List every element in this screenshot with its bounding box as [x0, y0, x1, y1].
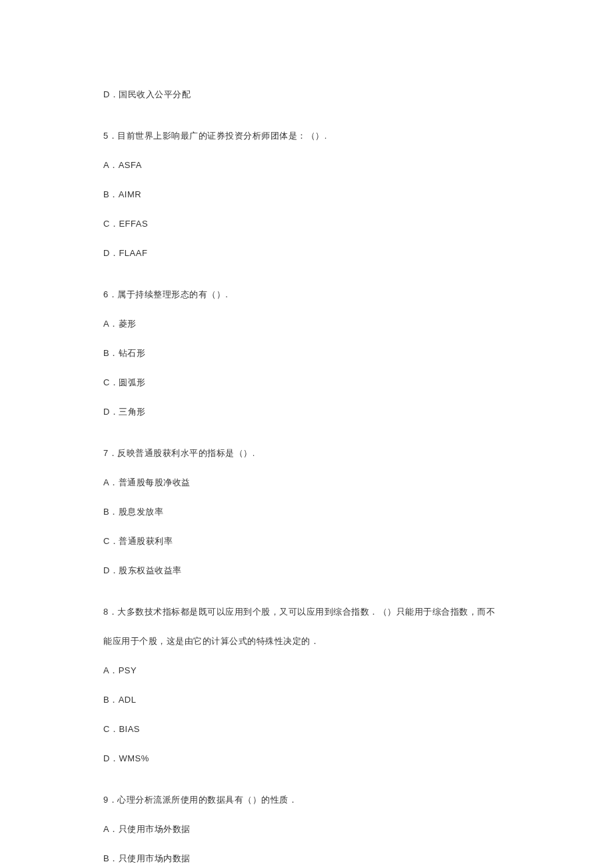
- question-8: 8．大多数技术指标都是既可以应用到个股，又可以应用到综合指数．（）只能用于综合指…: [103, 597, 510, 773]
- option-d: D．股东权益收益率: [103, 556, 510, 585]
- option-b: B．只使用市场内数据: [103, 844, 510, 868]
- option-a: A．菱形: [103, 309, 510, 339]
- question-9: 9．心理分析流派所使用的数据具有（）的性质． A．只使用市场外数据 B．只使用市…: [103, 785, 510, 868]
- question-6: 6．属于持续整理形态的有（）. A．菱形 B．钻石形 C．圆弧形 D．三角形: [103, 280, 510, 427]
- option-d: D．国民收入公平分配: [103, 80, 510, 109]
- option-c: C．EFFAS: [103, 209, 510, 239]
- option-a: A．ASFA: [103, 151, 510, 180]
- question-stem-line2: 能应用于个股，这是由它的计算公式的特殊性决定的．: [103, 627, 510, 656]
- option-b: B．AIMR: [103, 180, 510, 209]
- option-a: A．PSY: [103, 656, 510, 685]
- option-a: A．普通股每股净收益: [103, 468, 510, 497]
- question-stem-line1: 8．大多数技术指标都是既可以应用到个股，又可以应用到综合指数．（）只能用于综合指…: [103, 597, 510, 627]
- option-d: D．三角形: [103, 397, 510, 427]
- option-b: B．ADL: [103, 685, 510, 715]
- option-c: C．普通股获利率: [103, 527, 510, 556]
- option-d: D．WMS%: [103, 744, 510, 773]
- option-c: C．圆弧形: [103, 368, 510, 397]
- option-b: B．钻石形: [103, 339, 510, 368]
- question-fragment: D．国民收入公平分配: [103, 80, 510, 109]
- question-stem: 7．反映普通股获利水平的指标是（）.: [103, 439, 510, 468]
- option-a: A．只使用市场外数据: [103, 815, 510, 844]
- option-d: D．FLAAF: [103, 239, 510, 268]
- question-stem: 6．属于持续整理形态的有（）.: [103, 280, 510, 309]
- question-5: 5．目前世界上影响最广的证券投资分析师团体是：（）. A．ASFA B．AIMR…: [103, 121, 510, 268]
- document-page: D．国民收入公平分配 5．目前世界上影响最广的证券投资分析师团体是：（）. A．…: [0, 0, 613, 868]
- question-stem: 9．心理分析流派所使用的数据具有（）的性质．: [103, 785, 510, 815]
- option-b: B．股息发放率: [103, 497, 510, 527]
- option-c: C．BIAS: [103, 715, 510, 744]
- question-7: 7．反映普通股获利水平的指标是（）. A．普通股每股净收益 B．股息发放率 C．…: [103, 439, 510, 585]
- question-stem: 5．目前世界上影响最广的证券投资分析师团体是：（）.: [103, 121, 510, 151]
